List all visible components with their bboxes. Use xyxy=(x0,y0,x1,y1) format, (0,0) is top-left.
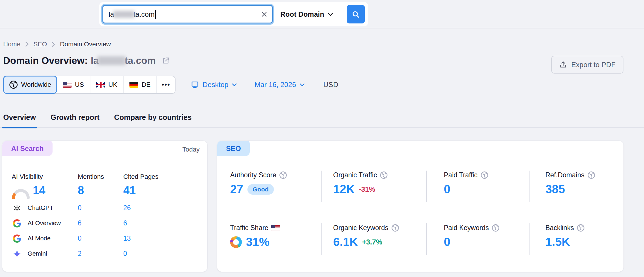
search-icon xyxy=(352,10,360,18)
tab-growth-report[interactable]: Growth report xyxy=(50,113,100,128)
top-bar: lata.com Root Domain xyxy=(0,0,644,28)
chevron-down-icon xyxy=(328,13,333,16)
metric-label-row: Organic Keywords xyxy=(333,224,427,232)
metric-value[interactable]: 12K xyxy=(333,183,355,196)
metric-label: Backlinks xyxy=(545,224,574,232)
breadcrumb-home[interactable]: Home xyxy=(3,40,21,48)
engine-cited-pages-value[interactable]: 0 xyxy=(123,250,127,258)
metric-label-row: Authority Score xyxy=(230,171,324,179)
metric-value[interactable]: 0 xyxy=(444,235,450,249)
region-worldwide-label: Worldwide xyxy=(21,81,51,89)
metric-paid-keywords: Paid Keywords 0 xyxy=(444,224,538,249)
desktop-monitor-icon xyxy=(191,81,199,89)
seo-badge: SEO xyxy=(217,141,250,156)
traffic-share-donut xyxy=(230,236,242,248)
gemini-icon xyxy=(13,250,21,259)
metric-ref-domains: Ref.Domains 385 xyxy=(545,171,639,196)
upload-icon xyxy=(559,61,567,69)
date-select[interactable]: Mar 16, 2026 xyxy=(254,81,304,89)
region-selector: Worldwide US UK DE ••• xyxy=(3,76,176,94)
metric-paid-traffic: Paid Traffic 0 xyxy=(444,171,538,196)
cited-pages-header: Cited Pages xyxy=(123,173,159,181)
mentions-value[interactable]: 8 xyxy=(78,184,84,197)
metric-organic-keywords: Organic Keywords 6.1K +3.7% xyxy=(333,224,427,249)
metric-label: Paid Keywords xyxy=(444,224,489,232)
breadcrumb-current: Domain Overview xyxy=(60,40,111,48)
chevron-right-icon xyxy=(25,42,29,47)
engine-cited-pages-value[interactable]: 6 xyxy=(123,219,127,227)
metric-backlinks: Backlinks 1.5K xyxy=(545,224,639,249)
ai-engine-row-gemini: Gemini 2 0 xyxy=(2,249,207,260)
region-uk-label: UK xyxy=(108,81,117,89)
metric-value[interactable]: 31% xyxy=(246,235,269,249)
metric-label-row: Paid Keywords xyxy=(444,224,538,232)
region-worldwide[interactable]: Worldwide xyxy=(3,76,57,94)
worldwide-info-icon[interactable] xyxy=(380,171,388,179)
globe-icon xyxy=(9,80,18,89)
metric-label-row: Paid Traffic xyxy=(444,171,538,179)
region-de[interactable]: DE xyxy=(124,76,157,93)
clear-search-icon[interactable] xyxy=(261,11,268,18)
us-flag-icon xyxy=(63,82,72,88)
engine-mentions-value[interactable]: 0 xyxy=(78,204,82,212)
region-us[interactable]: US xyxy=(57,76,90,93)
metric-traffic-share: Traffic Share 31% xyxy=(230,224,324,249)
tab-compare-by-countries[interactable]: Compare by countries xyxy=(114,113,192,128)
google-icon xyxy=(13,219,21,229)
region-uk[interactable]: UK xyxy=(90,76,124,93)
ai-search-period: Today xyxy=(182,146,200,153)
de-flag-icon xyxy=(129,82,138,88)
search-scope-select[interactable]: Root Domain xyxy=(274,10,337,18)
region-us-label: US xyxy=(75,81,84,89)
metric-label: Ref.Domains xyxy=(545,171,584,179)
engine-mentions-value[interactable]: 2 xyxy=(78,250,82,258)
engine-cited-pages-value[interactable]: 26 xyxy=(123,204,131,212)
metric-label: Organic Traffic xyxy=(333,171,377,179)
ai-engine-row-ai-overview: AI Overview 6 6 xyxy=(2,218,207,229)
page-title: Domain Overview: lata.com xyxy=(3,55,156,66)
worldwide-info-icon[interactable] xyxy=(481,171,488,179)
ai-visibility-gauge xyxy=(11,187,31,200)
date-label: Mar 16, 2026 xyxy=(254,81,296,89)
ai-search-badge: AI Search xyxy=(2,141,53,156)
engine-mentions-value[interactable]: 6 xyxy=(78,219,82,227)
engine-label: AI Mode xyxy=(28,235,50,242)
mentions-header: Mentions xyxy=(78,173,104,181)
worldwide-info-icon[interactable] xyxy=(492,224,500,232)
metric-value[interactable]: 1.5K xyxy=(545,235,570,249)
worldwide-info-icon[interactable] xyxy=(577,224,585,232)
worldwide-info-icon[interactable] xyxy=(391,224,399,232)
ai-engine-row-ai-mode: AI Mode 0 13 xyxy=(2,233,207,244)
metric-value[interactable]: 385 xyxy=(545,183,565,196)
redacted-text xyxy=(97,56,126,65)
search-input[interactable]: lata.com xyxy=(102,5,273,23)
device-select[interactable]: Desktop xyxy=(191,81,237,89)
metric-value[interactable]: 27 xyxy=(230,183,243,196)
metric-value[interactable]: 0 xyxy=(444,183,450,196)
metric-organic-traffic: Organic Traffic 12K -31% xyxy=(333,171,427,196)
region-more-button[interactable]: ••• xyxy=(157,76,175,93)
external-link-icon[interactable] xyxy=(162,57,170,65)
metric-value[interactable]: 6.1K xyxy=(333,235,358,249)
ai-engine-row-chatgpt: ChatGPT 0 26 xyxy=(2,203,207,214)
engine-label: ChatGPT xyxy=(28,204,53,211)
metric-delta: +3.7% xyxy=(362,238,382,246)
breadcrumb-seo[interactable]: SEO xyxy=(33,40,47,48)
redacted-text xyxy=(113,11,134,18)
chevron-down-icon xyxy=(300,83,305,86)
tab-overview[interactable]: Overview xyxy=(3,113,36,128)
cited-pages-value[interactable]: 41 xyxy=(123,184,136,197)
worldwide-info-icon[interactable] xyxy=(279,171,287,179)
title-row: Domain Overview: lata.com xyxy=(3,55,170,66)
worldwide-info-icon[interactable] xyxy=(587,171,595,179)
export-to-pdf-button[interactable]: Export to PDF xyxy=(551,56,623,74)
ai-visibility-value[interactable]: 14 xyxy=(33,184,45,197)
metric-label: Organic Keywords xyxy=(333,224,388,232)
engine-mentions-value[interactable]: 0 xyxy=(78,234,82,242)
search-button[interactable] xyxy=(347,5,365,23)
authority-rating-badge: Good xyxy=(247,184,274,195)
metric-label-row: Backlinks xyxy=(545,224,639,232)
engine-cited-pages-value[interactable]: 13 xyxy=(123,234,131,242)
seo-card: SEO Authority Score 27 Good Organic Traf… xyxy=(217,141,623,272)
metric-authority-score: Authority Score 27 Good xyxy=(230,171,324,196)
